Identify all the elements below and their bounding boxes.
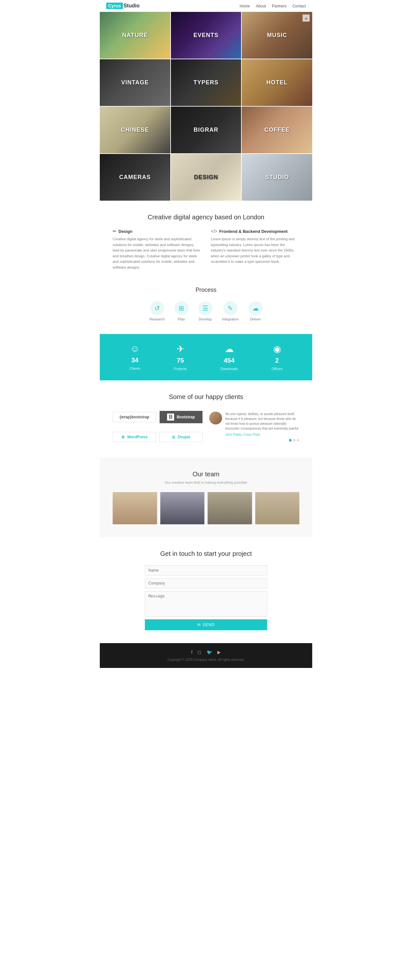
dev-text: Lorem ipsum is simply dummy text of the … xyxy=(211,236,299,265)
research-icon: ↺ xyxy=(150,301,164,315)
twitter-icon: 🐦 xyxy=(207,649,212,655)
dev-title: </> Frontend & Backend Development xyxy=(211,229,299,234)
footer-social: f ◻ 🐦 ▶ xyxy=(106,649,306,655)
team-section: Our team Our creative team that is makin… xyxy=(100,458,312,537)
instagram-icon: ◻ xyxy=(198,649,201,655)
message-field[interactable] xyxy=(145,591,267,617)
team-member-1 xyxy=(113,492,157,524)
grid-item-coffee[interactable]: COFFEE xyxy=(242,107,312,153)
clients-section: Some of our happy clients {wrap}bootstra… xyxy=(100,380,312,458)
grid-item-studio[interactable]: STUDIO xyxy=(242,154,312,200)
grid-item-music[interactable]: MUSIC ▲ xyxy=(242,12,312,59)
testimonial-author: John Partio, Crazy Pixel xyxy=(225,433,299,436)
nav-contact[interactable]: Contact xyxy=(293,4,306,8)
process-heading: Process xyxy=(113,286,299,293)
grid-item-events[interactable]: EVENTS xyxy=(171,12,241,59)
team-member-2 xyxy=(160,492,205,524)
grid-item-vintage[interactable]: VINTAGE xyxy=(100,59,170,106)
bootstrap-icon: B xyxy=(167,414,174,421)
step-integration: ✎ Integration xyxy=(222,301,239,321)
downloads-icon: ☁ xyxy=(225,344,234,354)
grid-item-nature[interactable]: NATURE xyxy=(100,12,170,59)
name-field[interactable] xyxy=(145,565,267,576)
clients-heading: Some of our happy clients xyxy=(113,393,299,401)
client-drupal: ◎ Drupal xyxy=(159,432,203,442)
instagram-link[interactable]: ◻ xyxy=(198,649,201,655)
drupal-icon: ◎ xyxy=(172,435,175,439)
code-icon: </> xyxy=(211,229,217,234)
youtube-icon: ▶ xyxy=(217,649,221,655)
scroll-top-button[interactable]: ▲ xyxy=(303,14,310,22)
nav-partners[interactable]: Partners xyxy=(272,4,287,8)
grid-item-typers[interactable]: TYPERS xyxy=(171,59,241,106)
footer-copyright: Copyright © 2020 Company name. All right… xyxy=(106,658,306,662)
site-footer: f ◻ 🐦 ▶ Copyright © 2020 Company name. A… xyxy=(100,643,312,668)
client-wrapbootstrap: {wrap}bootstrap xyxy=(113,412,156,422)
clients-logos: {wrap}bootstrap B Bootstrap ⊕ WordPress … xyxy=(113,408,203,445)
main-nav: Home About Partners Contact xyxy=(235,3,306,9)
facebook-link[interactable]: f xyxy=(191,649,192,655)
stats-banner: ☺ 34 Clients ✈ 75 Projects ☁ 454 Downloa… xyxy=(100,334,312,380)
youtube-link[interactable]: ▶ xyxy=(217,649,221,655)
step-research: ↺ Research xyxy=(149,301,165,321)
dot-3[interactable] xyxy=(297,439,299,442)
client-wordpress: ⊕ WordPress xyxy=(113,432,156,442)
nav-about[interactable]: About xyxy=(256,4,266,8)
logo: Cyrus Studio xyxy=(106,3,139,9)
plan-icon: ⊞ xyxy=(174,301,189,315)
stat-offices: ◉ 2 Offices xyxy=(272,344,283,371)
bootstrap-text: Bootstrap xyxy=(177,415,195,419)
testimonial-dots xyxy=(209,439,299,442)
design-text: Creative digital agency for sleek and so… xyxy=(113,236,201,270)
step-develop: ☰ Develop xyxy=(198,301,212,321)
twitter-link[interactable]: 🐦 xyxy=(207,649,212,655)
about-columns: ✏ Design Creative digital agency for sle… xyxy=(113,229,299,270)
client-bootstrap: B Bootstrap xyxy=(159,410,203,423)
nav-home[interactable]: Home xyxy=(240,4,250,8)
contact-heading: Get in touch to start your project xyxy=(113,550,299,557)
about-col-design: ✏ Design Creative digital agency for sle… xyxy=(113,229,201,270)
deliver-icon: ☁ xyxy=(249,301,263,315)
integration-icon: ✎ xyxy=(223,301,238,315)
testimonial-avatar xyxy=(209,412,222,425)
company-field[interactable] xyxy=(145,578,267,589)
stat-projects: ✈ 75 Projects xyxy=(174,344,187,371)
grid-item-chinese[interactable]: CHINESE xyxy=(100,107,170,153)
site-header: Cyrus Studio Home About Partners Contact xyxy=(100,0,312,12)
testimonial-text: No one rejects, dislikes, or avoids plea… xyxy=(225,412,299,431)
design-title: ✏ Design xyxy=(113,229,201,234)
testimonial: No one rejects, dislikes, or avoids plea… xyxy=(209,408,299,445)
send-icon: ✉ xyxy=(197,622,201,627)
team-photo-4 xyxy=(255,492,299,524)
facebook-icon: f xyxy=(191,649,192,655)
team-photo-2 xyxy=(160,492,205,524)
team-photo-3 xyxy=(208,492,252,524)
grid-item-bigrar[interactable]: BIGRAR xyxy=(171,107,241,153)
pencil-icon: ✏ xyxy=(113,229,117,234)
logo-text: Studio xyxy=(124,3,140,9)
send-button[interactable]: ✉ SEND xyxy=(145,619,267,630)
team-member-3 xyxy=(208,492,252,524)
process-steps: ↺ Research ⊞ Plan ☰ Develop ✎ Integratio… xyxy=(113,301,299,321)
stat-downloads: ☁ 454 Downloads xyxy=(220,344,238,371)
grid-item-design[interactable]: DESIGN xyxy=(171,154,241,200)
logo-box: Cyrus xyxy=(106,3,123,9)
wordpress-icon: ⊕ xyxy=(121,435,125,439)
team-subtitle: Our creative team that is making everyth… xyxy=(113,480,299,484)
step-deliver: ☁ Deliver xyxy=(249,301,263,321)
clients-layout: {wrap}bootstrap B Bootstrap ⊕ WordPress … xyxy=(113,408,299,445)
team-grid xyxy=(113,492,299,524)
drupal-text: Drupal xyxy=(177,435,190,439)
process-section: Process ↺ Research ⊞ Plan ☰ Develop ✎ In… xyxy=(100,280,312,334)
about-col-dev: </> Frontend & Backend Development Lorem… xyxy=(211,229,299,270)
grid-item-cameras[interactable]: CAMERAS xyxy=(100,154,170,200)
dot-2[interactable] xyxy=(293,439,295,442)
team-heading: Our team xyxy=(113,471,299,478)
grid-item-hotel[interactable]: HOTEL xyxy=(242,59,312,106)
dot-1[interactable] xyxy=(289,439,292,442)
develop-icon: ☰ xyxy=(198,301,212,315)
photo-grid: NATURE EVENTS MUSIC ▲ VINTAGE TYPERS HOT… xyxy=(100,12,312,200)
stat-clients: ☺ 34 Clients xyxy=(129,344,140,371)
team-photo-1 xyxy=(113,492,157,524)
contact-section: Get in touch to start your project ✉ SEN… xyxy=(100,537,312,643)
